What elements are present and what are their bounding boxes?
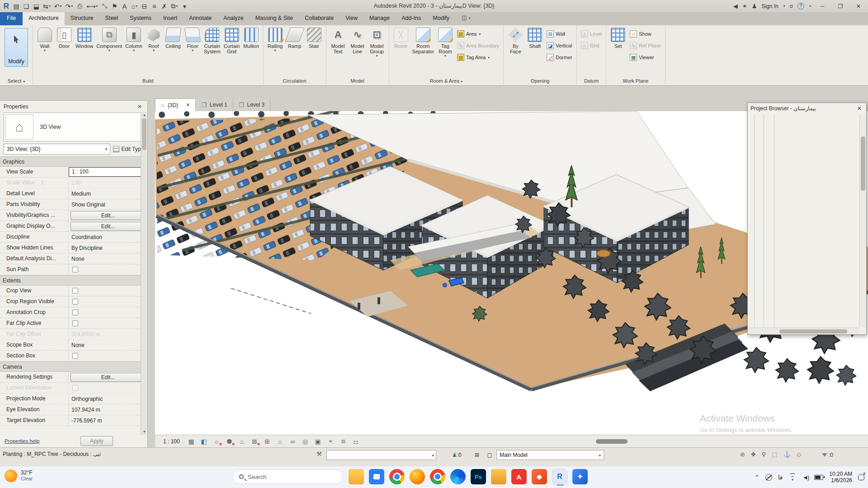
property-row-default-analysis-di[interactable]: Default Analysis Di...None	[0, 253, 147, 264]
edit-type-button[interactable]: Edit Type	[113, 146, 144, 152]
section-icon[interactable]: ⊟	[140, 1, 149, 11]
temporary-view-properties-icon[interactable]: ▣	[314, 437, 322, 446]
scroll-up-icon[interactable]: ▲	[141, 112, 148, 118]
show-button[interactable]: ☼Show	[630, 28, 660, 39]
property-value[interactable]: Medium	[69, 191, 147, 197]
project-browser-close-icon[interactable]: ✕	[855, 105, 863, 112]
property-row-parts-visibility[interactable]: Parts VisibilityShow Original	[0, 199, 147, 210]
dormer-button[interactable]: ◿Dormer	[547, 52, 572, 63]
model-text-button[interactable]: AModelText	[329, 27, 348, 74]
horizontal-scrollbar-thumb[interactable]	[596, 439, 627, 444]
view-tab-level-3[interactable]: ❐Level 3	[233, 99, 270, 111]
panel-label-work-plane[interactable]: Work Plane	[606, 77, 665, 85]
minimize-button[interactable]: ─	[816, 3, 829, 9]
redo-icon[interactable]: ↷▾	[64, 1, 75, 11]
chrome-icon[interactable]	[389, 469, 405, 484]
ribbon-tab-collaborate[interactable]: Collaborate	[299, 12, 340, 25]
property-value[interactable]: 304.8000 m	[69, 331, 147, 338]
panel-label-datum[interactable]: Datum	[577, 77, 606, 85]
door-button[interactable]: ▯Door	[55, 27, 74, 74]
microsoft-store-icon[interactable]	[369, 469, 384, 484]
ribbon-tab-architecture[interactable]: Architecture	[23, 12, 65, 25]
design-option-combobox[interactable]: Main Model▾	[496, 450, 604, 460]
ribbon-display-toggle-icon[interactable]: ◫ ▾	[462, 12, 471, 25]
orange-app-icon[interactable]: ◆	[532, 469, 547, 484]
property-value[interactable]: Orthographic	[69, 396, 147, 402]
ribbon-tab-steel[interactable]: Steel	[99, 12, 124, 25]
help-dropdown-icon[interactable]: ▾	[809, 4, 811, 8]
tag-icon[interactable]: ⚑	[110, 1, 119, 11]
ribbon-tab-manage[interactable]: Manage	[363, 12, 396, 25]
checkbox[interactable]	[72, 299, 78, 305]
checkbox[interactable]	[72, 288, 78, 294]
weather-widget[interactable]: 32°F Clear	[5, 469, 33, 482]
select-pinned-icon[interactable]: ⚓	[783, 451, 791, 458]
firefox-icon[interactable]	[410, 469, 425, 484]
panel-label-opening[interactable]: Opening	[504, 77, 576, 85]
customize-qat-icon[interactable]: ▾	[180, 1, 189, 11]
properties-scrollbar[interactable]: ▲ ▼	[141, 112, 147, 435]
sign-in-dropdown-icon[interactable]: ▾	[783, 4, 785, 8]
section-header-extents[interactable]: Extents⌃	[0, 275, 147, 286]
open-icon[interactable]: ❏	[22, 1, 31, 11]
exclude-options-icon[interactable]: ⊘	[740, 451, 745, 458]
room-separator-button[interactable]: RoomSeparator	[411, 27, 435, 74]
language-indicator[interactable]: فا	[778, 474, 783, 481]
property-value-input[interactable]: 1 : 100	[69, 167, 146, 177]
acrobat-icon[interactable]: A	[511, 469, 527, 484]
select-panel-label[interactable]: Select ▾	[0, 77, 33, 85]
select-links-icon[interactable]: ⚲	[762, 451, 766, 458]
blue-app-icon[interactable]: ✦	[572, 469, 588, 484]
property-row-far-clip-offset[interactable]: Far Clip Offset304.8000 m	[0, 329, 147, 340]
model-line-button[interactable]: ∿ModelLine	[348, 27, 367, 74]
edge-icon[interactable]	[450, 469, 466, 484]
model-group-button[interactable]: ⊡ModelGroup▾	[368, 27, 387, 74]
property-value[interactable]: 107.9424 m	[69, 407, 147, 413]
select-by-face-icon[interactable]: ◇	[797, 451, 801, 458]
user-icon[interactable]: ♟	[752, 3, 757, 9]
section-header-camera[interactable]: Camera⌃	[0, 361, 147, 372]
visual-style-icon[interactable]: ▦	[187, 437, 196, 446]
default-3d-view-icon[interactable]: ⌂▾	[130, 1, 139, 11]
detail-level-icon[interactable]: ◧	[200, 437, 208, 446]
design-options-grid-icon[interactable]: ⊞	[473, 452, 479, 458]
shadows-icon[interactable]: ⚉	[225, 437, 234, 446]
property-row-scope-box[interactable]: Scope BoxNone	[0, 340, 147, 351]
checkbox[interactable]	[72, 310, 78, 315]
notification-bell-icon[interactable]	[858, 474, 864, 480]
clock[interactable]: 10:20 AM 1/6/2026	[829, 471, 852, 483]
aligned-dimension-icon[interactable]: ⤡	[100, 1, 109, 11]
property-value[interactable]: 100	[69, 180, 147, 186]
wifi-icon[interactable]	[788, 474, 797, 480]
reveal-hidden-icon[interactable]: ◎	[301, 437, 310, 446]
ribbon-tab-systems[interactable]: Systems	[124, 12, 157, 25]
property-value[interactable]: None	[69, 342, 147, 348]
render-icon[interactable]: ♨	[238, 437, 246, 446]
floor-button[interactable]: Floor▾	[183, 27, 202, 74]
column-button[interactable]: ▮Column▾	[124, 27, 144, 74]
property-row-locked-orientation[interactable]: Locked Orientation	[0, 383, 147, 394]
sun-path-icon[interactable]: ☼	[212, 437, 221, 446]
panel-label-build[interactable]: Build	[33, 77, 263, 85]
battery-icon[interactable]	[814, 475, 823, 480]
show-analytical-icon[interactable]: ⌖	[326, 437, 335, 446]
property-row-detail-level[interactable]: Detail LevelMedium	[0, 188, 147, 199]
print-icon[interactable]: ⎙	[75, 1, 84, 11]
tag-room-button[interactable]: TagRoom▾	[436, 27, 455, 74]
crop-view-icon[interactable]: ⊠	[250, 437, 259, 446]
view-tab-3d[interactable]: ⌂{3D}✕	[155, 99, 196, 111]
property-row-graphic-display-o[interactable]: Graphic Display O...Edit...	[0, 221, 147, 232]
revit-icon[interactable]: R	[552, 469, 567, 484]
property-row-section-box[interactable]: Section Box	[0, 351, 147, 361]
project-browser-vscrollbar[interactable]	[859, 115, 866, 327]
edit-button[interactable]: Edit...	[71, 373, 146, 382]
property-row-visibility-graphics[interactable]: Visibility/Graphics ...Edit...	[0, 210, 147, 221]
properties-help-link[interactable]: Properties help	[5, 438, 39, 444]
project-browser-hscrollbar[interactable]	[748, 328, 859, 334]
panel-label-room-area[interactable]: Room & Area ▾	[389, 77, 504, 85]
section-header-graphics[interactable]: Graphics⌃	[0, 156, 147, 167]
mullion-button[interactable]: Mullion	[242, 27, 261, 74]
property-row-rendering-settings[interactable]: Rendering SettingsEdit...	[0, 372, 147, 383]
curtain-system-button[interactable]: CurtainSystem	[203, 27, 222, 74]
close-button[interactable]: ✕	[852, 3, 865, 9]
